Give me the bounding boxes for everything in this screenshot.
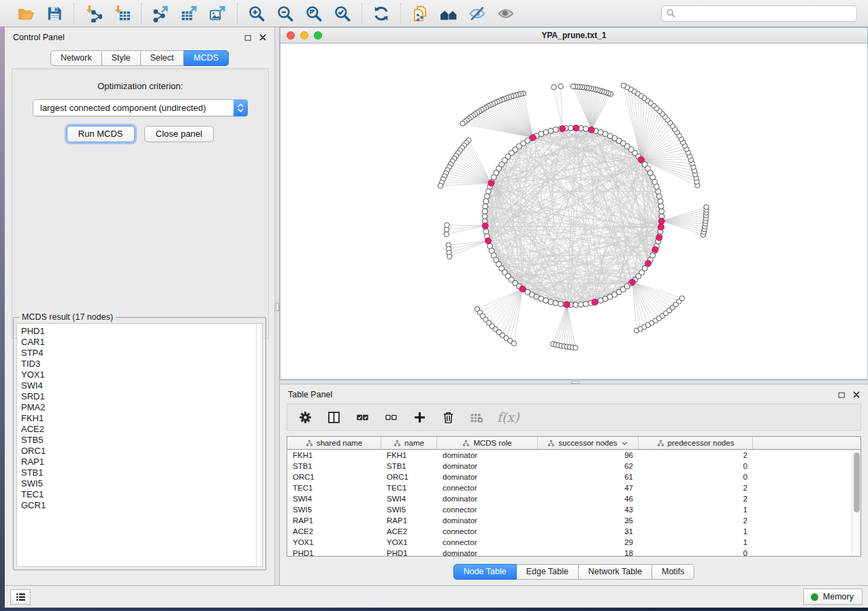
float-panel-icon[interactable] [243,33,253,42]
gear-icon[interactable] [297,409,313,425]
optimization-criterion-select[interactable]: largest connected component (undirected) [33,99,248,116]
column-label: name [404,439,424,447]
add-icon[interactable] [411,409,428,425]
delete-icon[interactable] [440,409,456,425]
cell: ACE2 [381,527,437,535]
result-list-scrollbar[interactable] [256,324,262,566]
table-row[interactable]: YOX1YOX1connector291 [287,537,861,548]
close-panel-icon[interactable] [258,33,268,42]
cell: SWI5 [381,506,437,514]
zoom-out-icon[interactable] [276,4,295,23]
result-node[interactable]: ORC1 [21,446,262,457]
column-header-shared-name[interactable]: shared name [287,437,381,449]
result-node[interactable]: STP4 [21,348,262,359]
cell: SWI5 [287,506,381,514]
table-row[interactable]: ORC1ORC1dominator610 [287,472,861,482]
function-builder-button[interactable]: f(x) [497,410,519,425]
float-table-panel-icon[interactable] [837,390,846,399]
table-row[interactable]: RAP1RAP1dominator352 [287,515,861,526]
tree-icon [547,440,555,447]
table-tab-network-table[interactable]: Network Table [579,564,652,580]
result-node[interactable]: SWI4 [21,380,262,391]
cell: dominator [437,549,538,557]
result-node[interactable]: STB5 [21,435,262,446]
table-row[interactable]: FKH1FKH1dominator962 [287,450,861,461]
result-node[interactable]: ACE2 [21,424,262,435]
network-window-titlebar[interactable]: YPA_prune.txt_1 [280,28,867,44]
result-node[interactable]: PHD1 [21,326,262,337]
column-header-name[interactable]: name [381,437,437,449]
tab-select[interactable]: Select [141,50,184,66]
search-icon [666,8,676,18]
new-network-from-selection-icon[interactable] [411,4,430,23]
result-node[interactable]: FKH1 [21,413,262,424]
show-all-icon[interactable] [496,4,515,23]
result-node[interactable]: RAP1 [21,457,262,467]
zoom-selected-icon[interactable] [333,4,352,23]
result-node[interactable]: CAR1 [21,337,262,348]
column-label: successor nodes [558,439,617,447]
columns-icon[interactable] [325,409,342,425]
export-table-icon[interactable] [180,4,199,23]
zoom-fit-icon[interactable] [304,4,323,23]
result-node[interactable]: YOX1 [21,369,262,380]
hide-selected-icon[interactable] [468,4,487,23]
table-row[interactable]: STB1STB1dominator620 [287,461,861,472]
select-all-icon[interactable] [354,409,370,425]
vertical-splitter[interactable] [274,27,280,585]
memory-label: Memory [823,592,854,601]
folder-open-icon[interactable] [16,4,35,23]
tab-mcds[interactable]: MCDS [184,50,229,66]
close-table-panel-icon[interactable] [852,390,861,399]
table-row[interactable]: SWI4SWI4dominator462 [287,493,861,504]
table-tab-edge-table[interactable]: Edge Table [517,564,579,580]
table-row[interactable]: TEC1TEC1connector472 [287,482,861,493]
result-node[interactable]: STB1 [21,467,262,478]
task-history-button[interactable] [10,589,31,605]
network-view[interactable] [280,44,867,379]
close-panel-button[interactable]: Close panel [144,126,214,142]
run-mcds-button[interactable]: Run MCDS [67,126,135,142]
import-table-icon[interactable] [112,4,131,23]
result-node[interactable]: TID3 [21,359,262,369]
table-row[interactable]: PHD1PHD1dominator180 [287,548,861,557]
export-network-icon[interactable] [151,4,170,23]
mcds-result-title: MCDS result (17 nodes) [19,312,116,322]
table-row[interactable]: SWI5SWI5connector431 [287,504,861,515]
column-header-predecessor-nodes[interactable]: predecessor nodes [639,437,753,449]
horizontal-splitter[interactable] [280,380,868,384]
mcds-result-group: MCDS result (17 nodes) PHD1CAR1STP4TID3Y… [13,317,266,570]
table-tab-node-table[interactable]: Node Table [453,564,517,580]
import-network-icon[interactable] [84,4,103,23]
deselect-all-icon[interactable] [383,409,399,425]
result-node[interactable]: SRD1 [21,391,262,402]
result-node[interactable]: GCR1 [21,500,262,511]
cell: dominator [437,516,538,525]
cell: 43 [538,506,639,514]
column-header-successor-nodes[interactable]: successor nodes [538,437,639,449]
table-scrollbar[interactable] [852,450,861,556]
result-node[interactable]: SWI5 [21,478,262,489]
search-input[interactable] [661,5,857,22]
mcds-result-list[interactable]: PHD1CAR1STP4TID3YOX1SWI4SRD1PMA2FKH1ACE2… [16,323,263,567]
first-neighbors-icon[interactable] [439,4,458,23]
table-tab-motifs[interactable]: Motifs [652,564,694,580]
save-icon[interactable] [45,4,64,23]
table-row[interactable]: ACE2ACE2connector311 [287,526,861,537]
memory-button[interactable]: Memory [803,589,863,605]
result-node[interactable]: TEC1 [21,489,262,500]
sort-chevron-icon[interactable] [621,440,628,447]
memory-status-icon [811,593,818,601]
column-header-MCDS-role[interactable]: MCDS role [437,437,538,449]
result-node[interactable]: PMA2 [21,402,262,413]
tab-style[interactable]: Style [102,50,141,66]
export-image-icon[interactable] [208,4,227,23]
zoom-in-icon[interactable] [247,4,266,23]
network-canvas[interactable] [280,44,867,379]
network-window: YPA_prune.txt_1 [280,27,868,380]
refresh-icon[interactable] [372,4,391,23]
tab-network[interactable]: Network [50,50,102,66]
column-label: predecessor nodes [668,439,735,447]
cell: 46 [538,495,639,503]
cell: dominator [437,451,538,459]
